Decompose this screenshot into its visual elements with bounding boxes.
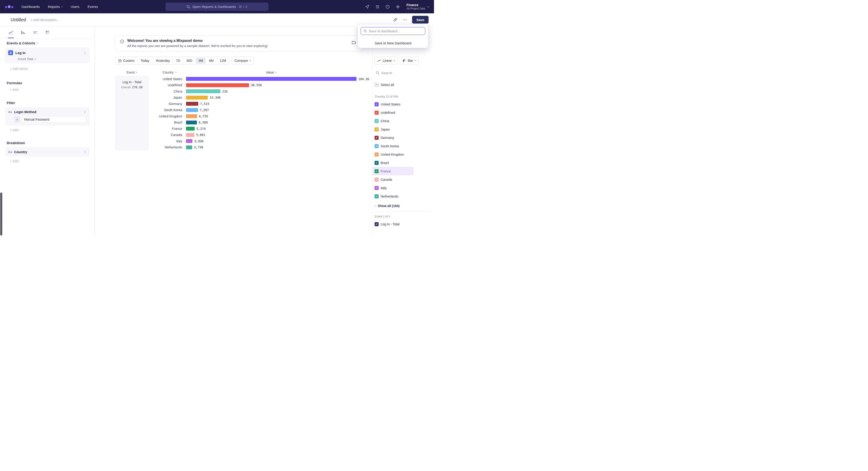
mixpanel-logo[interactable] — [5, 5, 13, 8]
project-name: Finance — [406, 3, 425, 7]
metric-event-name[interactable]: Log In — [16, 51, 26, 55]
select-all-row[interactable]: Select all — [375, 82, 434, 88]
filter-property-name[interactable]: Login Method — [14, 110, 36, 114]
kebab-menu-icon[interactable] — [83, 150, 87, 154]
range-button-12m[interactable]: 12M — [217, 57, 229, 64]
bar-segment[interactable] — [186, 89, 220, 93]
event-series-cell[interactable]: Log In - Total Overall 276.5K — [115, 76, 149, 150]
report-title[interactable]: Untitled — [11, 17, 26, 22]
filter-value-field[interactable]: Manual Password — [22, 116, 87, 123]
column-header-country[interactable]: Country — [149, 70, 182, 74]
bar-segment[interactable] — [186, 121, 197, 124]
country-checkbox[interactable]: ✓ — [375, 119, 379, 123]
bar-row: Italy3,936 — [149, 138, 356, 144]
filter-operator[interactable]: = — [14, 117, 20, 122]
bar-segment[interactable] — [186, 139, 192, 143]
settings-gear-icon[interactable] — [395, 4, 400, 9]
country-item-italy[interactable]: ✓Italy — [373, 184, 434, 192]
country-item-south-korea[interactable]: ✓South Korea — [373, 142, 434, 150]
range-button-30d[interactable]: 30D — [183, 57, 195, 64]
country-checkbox[interactable]: ✓ — [375, 127, 379, 131]
global-search-button[interactable]: Open Reports & Dashboards ⌘ + K — [165, 2, 269, 11]
country-checkbox[interactable]: ✓ — [375, 111, 379, 115]
chart-type-selector-button[interactable]: Bar — [400, 57, 419, 64]
legend-search[interactable] — [376, 69, 431, 76]
range-button-custom[interactable]: Custom — [115, 57, 137, 64]
country-checkbox[interactable]: ✓ — [375, 102, 379, 106]
country-checkbox[interactable]: ✓ — [375, 194, 379, 198]
add-metric-button[interactable]: + Add Metric — [10, 67, 90, 70]
column-header-event[interactable]: Event — [115, 70, 149, 74]
select-all-checkbox[interactable] — [375, 83, 379, 87]
country-item-undefined[interactable]: ✓undefined — [373, 108, 434, 117]
country-checkbox[interactable]: ✓ — [375, 186, 379, 190]
nav-item-users[interactable]: Users — [70, 5, 79, 8]
add-description[interactable]: + Add description... — [31, 18, 59, 22]
kebab-menu-icon[interactable] — [83, 110, 87, 114]
bar-segment[interactable] — [186, 145, 192, 149]
bar-segment[interactable] — [186, 108, 198, 112]
project-switcher[interactable]: Finance All Project Data — [406, 3, 429, 10]
range-button-today[interactable]: Today — [137, 57, 152, 64]
funnels-tab-icon[interactable] — [20, 29, 26, 35]
insights-tab-icon[interactable] — [8, 29, 14, 35]
range-button-7d[interactable]: 7D — [173, 57, 183, 64]
more-options-icon[interactable] — [403, 18, 407, 22]
range-button-yesterday[interactable]: Yesterday — [152, 57, 173, 64]
country-checkbox[interactable]: ✓ — [375, 161, 379, 165]
country-checkbox[interactable]: ✓ — [375, 178, 379, 182]
bar-segment[interactable] — [186, 102, 198, 106]
country-item-germany[interactable]: ✓Germany — [373, 134, 434, 142]
nav-item-dashboards[interactable]: Dashboards — [22, 5, 40, 8]
bar-segment[interactable] — [186, 96, 208, 99]
legend-search-input[interactable] — [381, 71, 431, 75]
range-button-3m[interactable]: 3M — [196, 58, 206, 64]
scale-selector-button[interactable]: Linear — [374, 57, 398, 64]
save-dashboard-search[interactable] — [361, 27, 425, 35]
country-checkbox[interactable]: ✓ — [375, 169, 379, 173]
save-button[interactable]: Save — [412, 16, 429, 24]
bar-category-label: Netherlands — [149, 145, 182, 149]
country-item-japan[interactable]: ✓Japan — [373, 125, 434, 134]
save-dashboard-search-input[interactable] — [369, 29, 423, 33]
country-item-united-states[interactable]: ✓United States — [373, 100, 434, 108]
bar-segment[interactable] — [186, 114, 197, 118]
kebab-menu-icon[interactable] — [83, 51, 87, 55]
event-legend-item[interactable]: ✓ Log In - Total — [373, 220, 434, 228]
add-breakdown-button[interactable]: + Add — [10, 159, 90, 163]
show-all-button[interactable]: Show all (184) — [375, 204, 434, 208]
retention-tab-icon[interactable] — [44, 29, 51, 35]
country-item-france[interactable]: ✓France — [373, 167, 413, 175]
column-header-value[interactable]: Value — [186, 70, 356, 74]
country-item-brazil[interactable]: ✓Brazil — [373, 158, 434, 167]
range-button-6m[interactable]: 6M — [206, 57, 217, 64]
help-icon[interactable]: ? — [385, 4, 390, 9]
country-item-canada[interactable]: ✓Canada — [373, 175, 434, 184]
bar-segment[interactable] — [186, 83, 249, 87]
nav-item-reports[interactable]: Reports — [48, 5, 63, 8]
country-item-netherlands[interactable]: ✓Netherlands — [373, 192, 434, 200]
country-checkbox[interactable]: ✓ — [375, 144, 379, 148]
send-icon[interactable] — [365, 4, 370, 9]
nav-item-events[interactable]: Events — [88, 5, 98, 8]
add-formula-button[interactable]: + Add — [10, 88, 90, 91]
events-cohorts-section-title[interactable]: Events & Cohorts — [7, 41, 90, 45]
aggregation-selector[interactable]: Count Total — [18, 57, 87, 61]
bar-segment[interactable] — [186, 77, 356, 81]
flows-tab-icon[interactable] — [32, 29, 38, 35]
apps-grid-icon[interactable] — [375, 4, 380, 9]
scrollbar-thumb[interactable] — [0, 193, 2, 235]
bar-segment[interactable] — [186, 133, 194, 137]
breakdown-property-name[interactable]: Country — [14, 150, 27, 154]
event-checkbox[interactable]: ✓ — [375, 222, 379, 226]
compare-button[interactable]: Compare — [231, 57, 254, 64]
copy-link-icon[interactable] — [393, 18, 398, 22]
country-item-united-kingdom[interactable]: ✓United Kingdom — [373, 150, 434, 158]
add-filter-button[interactable]: + Add — [10, 128, 90, 132]
bar-segment[interactable] — [186, 127, 195, 130]
country-item-china[interactable]: ✓China — [373, 117, 434, 125]
country-count-header: Country 12 of 184 — [375, 95, 434, 98]
country-checkbox[interactable]: ✓ — [375, 152, 379, 156]
save-to-new-dashboard-button[interactable]: Save to New Dashboard — [358, 38, 428, 48]
country-checkbox[interactable]: ✓ — [375, 136, 379, 140]
